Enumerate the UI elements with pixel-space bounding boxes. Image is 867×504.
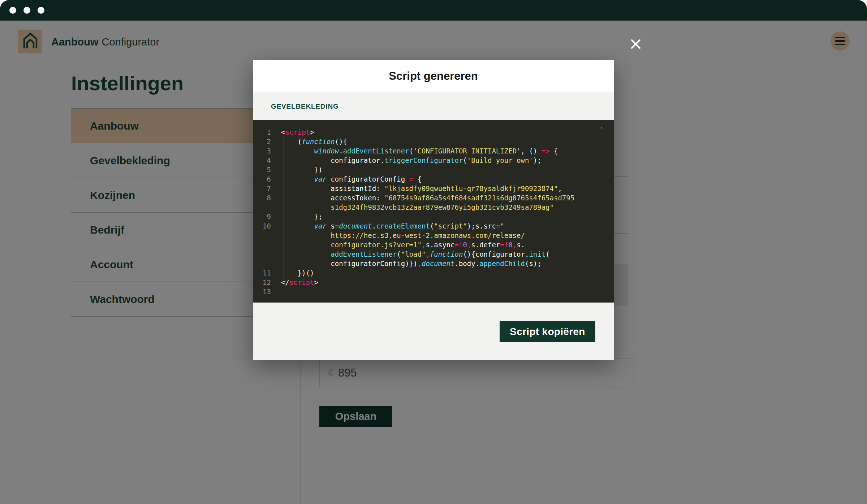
window-control-dot[interactable] <box>9 7 16 14</box>
code-row: https://hec.s3.eu-west-2.amazonaws.com/r… <box>253 231 614 240</box>
window-control-dot[interactable] <box>38 7 44 14</box>
script-modal: Script genereren GEVELBEKLEDING 1<script… <box>253 60 614 360</box>
code-row: 11 })() <box>253 268 614 278</box>
code-row: 4 configurator.triggerConfigurator('Buil… <box>253 156 614 165</box>
code-row: 7 assistantId: "lkjasdfy09qwuehtlu-qr78y… <box>253 184 614 193</box>
indent-guide <box>283 137 284 278</box>
code-row: 5 }) <box>253 165 614 174</box>
code-row: 9 }; <box>253 212 614 221</box>
indent-guide <box>300 146 300 268</box>
code-row: 10 var s=document.createElement("script"… <box>253 221 614 231</box>
code-row: addEventListener("load",function(){confi… <box>253 249 614 259</box>
copy-script-button[interactable]: Script kopiëren <box>500 321 595 342</box>
modal-section-label: GEVELBEKLEDING <box>271 103 339 110</box>
window-controls <box>9 7 44 14</box>
code-row: 2 (function(){ <box>253 137 614 146</box>
screen: Aanbouw Configurator Instellingen Aanbou… <box>0 0 867 504</box>
code-row: 1<script> <box>253 127 614 137</box>
code-row: 6 var configuratorConfig = { <box>253 174 614 184</box>
code-row: configurator.js?ver=1",s.async=!0,s.defe… <box>253 240 614 249</box>
code-row: s1dg324fh9832vcb13z2aar879ew876yi5gb321c… <box>253 203 614 212</box>
modal-footer: Script kopiëren <box>253 303 614 360</box>
window-titlebar <box>0 0 867 21</box>
window-control-dot[interactable] <box>23 7 30 14</box>
modal-title: Script genereren <box>253 60 614 92</box>
code-lines: 1<script>2 (function(){3 window.addEvent… <box>253 127 614 296</box>
code-row: configuratorConfig)}),document.body.appe… <box>253 259 614 268</box>
code-row: 13 <box>253 287 614 296</box>
code-row: 3 window.addEventListener('CONFIGURATOR_… <box>253 146 614 156</box>
code-row: 8 accessToken: "68754s9af86a5s4f684sadf3… <box>253 193 614 203</box>
close-icon <box>628 48 644 53</box>
modal-section-band: GEVELBEKLEDING <box>253 92 614 120</box>
close-button[interactable] <box>628 36 644 52</box>
code-row: 12</script> <box>253 278 614 287</box>
code-block: 1<script>2 (function(){3 window.addEvent… <box>253 120 614 303</box>
code-cursor <box>601 127 602 129</box>
